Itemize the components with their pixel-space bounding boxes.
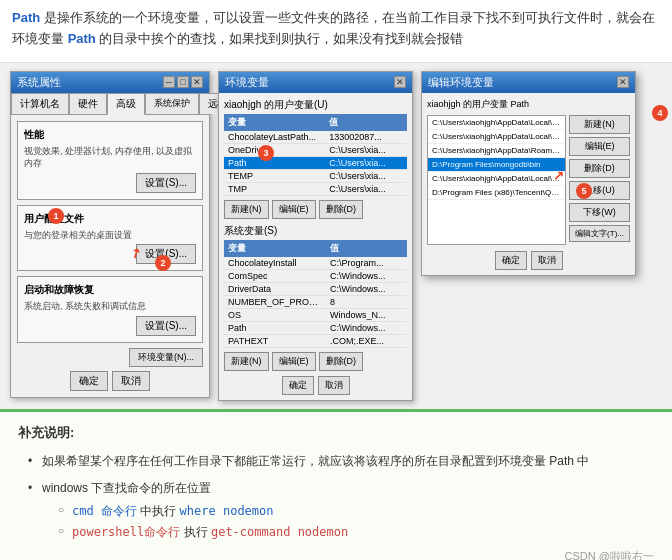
user-vars-col-value: 值 <box>325 114 407 131</box>
envvars-body: xiaohjgh 的用户变量(U) 变量 值 ChocolateyLastPat… <box>219 93 412 400</box>
editenv-user-label: xiaohjgh 的用户变量 Path <box>427 98 529 111</box>
editenv-new-button[interactable]: 新建(N) <box>569 115 630 134</box>
ps-text: 执行 <box>184 525 211 539</box>
envvars-ok-button[interactable]: 确定 <box>282 376 314 395</box>
var-name: Path <box>224 156 325 169</box>
table-row[interactable]: ChocolateyLastPath... 133002087... <box>224 131 407 144</box>
envvars-close-button[interactable]: ✕ <box>394 76 406 88</box>
sysprops-title: 系统属性 <box>17 75 61 90</box>
user-vars-buttons: 新建(N) 编辑(E) 删除(D) <box>224 200 407 219</box>
var-value: .COM;.EXE... <box>326 334 407 347</box>
startup-settings-button[interactable]: 设置(S)... <box>136 316 196 336</box>
var-name: Path <box>224 321 326 334</box>
editenv-down-button[interactable]: 下移(W) <box>569 203 630 222</box>
performance-title: 性能 <box>24 128 196 142</box>
sysprops-ok-button[interactable]: 确定 <box>70 371 108 391</box>
var-value: C:\Windows... <box>326 321 407 334</box>
sysprops-bottom-btns: 环境变量(N)... <box>17 348 203 367</box>
table-row[interactable]: ComSpec C:\Windows... <box>224 269 407 282</box>
envvars-title: 环境变量 <box>225 75 269 90</box>
editenv-edittext-button[interactable]: 编辑文字(T)... <box>569 225 630 242</box>
var-name: NUMBER_OF_PROC... <box>224 295 326 308</box>
var-value: C:\Windows... <box>326 282 407 295</box>
table-row[interactable]: Path C:\Windows... <box>224 321 407 334</box>
list-item[interactable]: C:\Users\xiaohjgh\AppData\Local\Programs… <box>428 130 565 144</box>
sysprops-tabs: 计算机名 硬件 高级 系统保护 远程 <box>11 93 209 115</box>
sys-vars-label: 系统变量(S) <box>224 224 407 238</box>
sys-vars-col-name: 变量 <box>224 240 326 257</box>
table-row[interactable]: OneDrive C:\Users\xia... <box>224 143 407 156</box>
list-item: powershell命令行 执行 get-command nodemon <box>58 523 654 541</box>
sys-new-button[interactable]: 新建(N) <box>224 352 269 371</box>
tab-advanced[interactable]: 高级 <box>107 93 145 115</box>
sysprops-body: 性能 视觉效果, 处理器计划, 内存使用, 以及虚拟内存 设置(S)... 用户… <box>11 115 209 397</box>
maximize-button[interactable]: □ <box>177 76 189 88</box>
list-item: cmd 命令行 中执行 where nodemon <box>58 502 654 520</box>
performance-text: 视觉效果, 处理器计划, 内存使用, 以及虚拟内存 <box>24 145 196 170</box>
performance-section: 性能 视觉效果, 处理器计划, 内存使用, 以及虚拟内存 设置(S)... <box>17 121 203 200</box>
env-vars-button[interactable]: 环境变量(N)... <box>129 348 203 367</box>
editenv-title: 编辑环境变量 <box>428 75 494 90</box>
user-vars-table: 变量 值 ChocolateyLastPath... 133002087... … <box>224 114 407 196</box>
list-item[interactable]: D:\Program Files (x86)\Tencent\QQBin <box>428 186 565 200</box>
list-item[interactable]: C:\Users\xiaohjgh\AppData\Roaming\npm <box>428 144 565 158</box>
user-profiles-text: 与您的登录相关的桌面设置 <box>24 229 196 242</box>
var-value: C:\Users\xia... <box>325 182 407 195</box>
editenv-edit-button[interactable]: 编辑(E) <box>569 137 630 156</box>
sys-vars-buttons: 新建(N) 编辑(E) 删除(D) <box>224 352 407 371</box>
envvars-titlebar: 环境变量 ✕ <box>219 72 412 93</box>
editenv-close-button[interactable]: ✕ <box>617 76 629 88</box>
sys-delete-button[interactable]: 删除(D) <box>319 352 364 371</box>
user-edit-button[interactable]: 编辑(E) <box>272 200 316 219</box>
var-value: C:\Users\xia... <box>325 143 407 156</box>
var-name: DriverData <box>224 282 326 295</box>
table-row[interactable]: ChocolateyInstall C:\Program... <box>224 257 407 270</box>
sys-vars-table: 变量 值 ChocolateyInstall C:\Program... Com… <box>224 240 407 348</box>
table-row[interactable]: TMP C:\Users\xia... <box>224 182 407 195</box>
supplement-item-2-intro: windows 下查找命令的所在位置 <box>42 481 211 495</box>
table-row[interactable]: Path C:\Users\xia... <box>224 156 407 169</box>
list-item: windows 下查找命令的所在位置 cmd 命令行 中执行 where nod… <box>28 479 654 541</box>
editenv-header: xiaohjgh 的用户变量 Path <box>427 98 630 111</box>
tab-system-protection[interactable]: 系统保护 <box>145 93 199 114</box>
list-item[interactable]: D:\Program Files\mongodb\bin <box>428 158 565 172</box>
sysprops-cancel-button[interactable]: 取消 <box>112 371 150 391</box>
table-row[interactable]: PATHEXT .COM;.EXE... <box>224 334 407 347</box>
editenv-path-list[interactable]: C:\Users\xiaohjgh\AppData\Local\Microsof… <box>427 115 566 245</box>
performance-settings-button[interactable]: 设置(S)... <box>136 173 196 193</box>
var-value: Windows_N... <box>326 308 407 321</box>
performance-btn-row: 设置(S)... <box>24 173 196 193</box>
arrow-5: ↗ <box>553 168 564 183</box>
list-item[interactable]: C:\Users\xiaohjgh\AppData\Local\Programs… <box>428 172 565 186</box>
user-delete-button[interactable]: 删除(D) <box>319 200 364 219</box>
tab-computer-name[interactable]: 计算机名 <box>11 93 69 114</box>
close-button[interactable]: ✕ <box>191 76 203 88</box>
editenv-ok-button[interactable]: 确定 <box>495 251 527 270</box>
tab-hardware[interactable]: 硬件 <box>69 93 107 114</box>
system-properties-dialog: 系统属性 ─ □ ✕ 计算机名 硬件 高级 系统保护 远程 性能 视觉效果, 处… <box>10 71 210 398</box>
minimize-button[interactable]: ─ <box>163 76 175 88</box>
editenv-delete-button[interactable]: 删除(D) <box>569 159 630 178</box>
table-row[interactable]: DriverData C:\Windows... <box>224 282 407 295</box>
var-value: C:\Users\xia... <box>325 169 407 182</box>
startup-title: 启动和故障恢复 <box>24 283 196 297</box>
user-new-button[interactable]: 新建(N) <box>224 200 269 219</box>
var-value: C:\Windows... <box>326 269 407 282</box>
list-item: 如果希望某个程序在任何工作目录下都能正常运行，就应该将该程序的所在目录配置到环境… <box>28 452 654 471</box>
var-name: ComSpec <box>224 269 326 282</box>
editenv-win-controls: ✕ <box>617 76 629 88</box>
table-row[interactable]: NUMBER_OF_PROC... 8 <box>224 295 407 308</box>
sys-vars-col-value: 值 <box>326 240 407 257</box>
envvars-cancel-button[interactable]: 取消 <box>318 376 350 395</box>
envvars-win-controls: ✕ <box>394 76 406 88</box>
table-row[interactable]: OS Windows_N... <box>224 308 407 321</box>
sys-edit-button[interactable]: 编辑(E) <box>272 352 316 371</box>
table-row[interactable]: TEMP C:\Users\xia... <box>224 169 407 182</box>
editenv-cancel-button[interactable]: 取消 <box>531 251 563 270</box>
description-text: Path 是操作系统的一个环境变量，可以设置一些文件夹的路径，在当前工作目录下找… <box>12 8 660 50</box>
list-item[interactable]: C:\Users\xiaohjgh\AppData\Local\Microsof… <box>428 116 565 130</box>
user-profiles-section: 用户配置文件 与您的登录相关的桌面设置 设置(S)... <box>17 205 203 272</box>
startup-btn-row: 设置(S)... <box>24 316 196 336</box>
annotation-2: 2 <box>155 255 171 271</box>
supplement-list: 如果希望某个程序在任何工作目录下都能正常运行，就应该将该程序的所在目录配置到环境… <box>18 452 654 541</box>
